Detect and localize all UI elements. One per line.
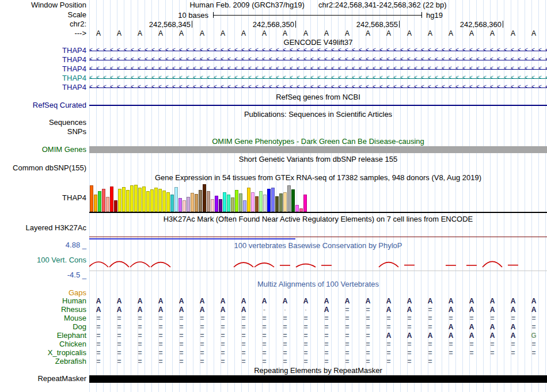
track-label-sequences[interactable]: Sequences [0, 119, 86, 127]
track-label-common-dbsnp[interactable]: Common dbSNP(155) [0, 164, 86, 172]
track-label-thap4-1[interactable]: THAP4 [0, 47, 86, 55]
gtex-tissue-bar[interactable] [279, 193, 283, 212]
gtex-tissue-bar[interactable] [146, 191, 150, 212]
gtex-tissue-bar[interactable] [207, 191, 210, 212]
track-label-snps[interactable]: SNPs [0, 128, 86, 136]
species-label-chicken[interactable]: Chicken [0, 340, 86, 348]
gtex-tissue-bar[interactable] [295, 205, 299, 212]
multiz-row-x-tropicalis[interactable]: ====================== [88, 349, 547, 357]
gtex-tissue-bar[interactable] [187, 197, 190, 212]
species-label-human[interactable]: Human [0, 297, 86, 305]
gtex-tissue-bar[interactable] [275, 196, 279, 212]
gtex-tissue-bar[interactable] [110, 187, 113, 212]
multiz-row-elephant[interactable]: ==============AAAAAAAG [88, 332, 547, 340]
h3k27ac-signal-line-full[interactable] [89, 237, 547, 237]
track-label-repeatmasker[interactable]: RepeatMasker [0, 375, 86, 383]
gtex-tissue-bar[interactable] [199, 190, 202, 212]
gtex-tissue-bar[interactable] [243, 200, 246, 212]
gtex-tissue-bar[interactable] [174, 187, 178, 212]
gtex-tissue-bar[interactable] [219, 199, 222, 212]
gtex-tissue-bar[interactable] [118, 189, 121, 212]
gtex-tissue-bar[interactable] [98, 191, 101, 212]
omim-gene-bar[interactable] [89, 146, 547, 153]
gtex-tissue-bar[interactable] [154, 188, 158, 212]
gtex-tissue-bar[interactable] [287, 185, 291, 212]
gtex-tissue-bar[interactable] [239, 193, 242, 212]
track-label-layered-h3k27ac[interactable]: Layered H3K27Ac [0, 224, 86, 232]
gtex-tissue-bar[interactable] [235, 190, 238, 212]
gtex-tissue-bar[interactable] [255, 196, 259, 212]
gtex-tissue-bar[interactable] [267, 189, 271, 212]
gtex-tissue-bar[interactable] [191, 193, 194, 212]
gtex-tissue-bar[interactable] [90, 185, 93, 212]
gtex-tissue-bar[interactable] [142, 187, 146, 212]
track-label-100-vert-cons[interactable]: 100 Vert. Cons [0, 256, 86, 264]
gtex-tissue-bar[interactable] [94, 195, 97, 212]
gtex-tissue-bar[interactable] [138, 188, 142, 212]
species-label-elephant[interactable]: Elephant [0, 332, 86, 340]
gtex-tissue-bar[interactable] [251, 192, 254, 212]
refseq-curated-gene-line[interactable] [89, 105, 547, 106]
align-cell: = [254, 340, 275, 348]
track-label-thap4-5[interactable]: THAP4 [0, 83, 86, 92]
base-position-ruler[interactable]: 242,568,345242,568,350242,568,355242,568… [89, 20, 547, 28]
gtex-tissue-bar[interactable] [170, 195, 174, 212]
gtex-tissue-bar[interactable] [162, 191, 166, 212]
gtex-tissue-bar[interactable] [102, 189, 105, 212]
gtex-tissue-bar[interactable] [134, 185, 138, 212]
species-label-x-tropicalis[interactable]: X_tropicalis [0, 349, 86, 357]
gencode-transcript-row[interactable]: <<<<<<<<<<<<<<<<<<<<<<<<<<<<<<<<<<<<<<<<… [89, 83, 547, 92]
species-label-zebrafish[interactable]: Zebrafish [0, 357, 86, 366]
multiz-row-rhesus[interactable]: AAAAAAAA-··A==AA=AAAAA [88, 306, 547, 314]
multiz-row-zebrafish[interactable]: ================= [88, 357, 547, 366]
gtex-tissue-bar[interactable] [283, 192, 287, 212]
gtex-tissue-bar[interactable] [195, 194, 198, 212]
track-label-refseq-curated[interactable]: RefSeq Curated [0, 101, 86, 109]
gtex-tissue-bar[interactable] [211, 199, 214, 212]
align-cell: = [109, 340, 130, 348]
track-label-thap4-3[interactable]: THAP4 [0, 65, 86, 73]
gtex-tissue-bar[interactable] [122, 187, 126, 212]
gtex-expression-barchart[interactable] [90, 183, 332, 212]
gtex-tissue-bar[interactable] [166, 192, 170, 212]
gtex-tissue-bar[interactable] [183, 200, 186, 212]
species-label-dog[interactable]: Dog [0, 323, 86, 331]
gtex-tissue-bar[interactable] [158, 189, 162, 212]
gtex-tissue-bar[interactable] [114, 200, 117, 212]
gtex-tissue-bar[interactable] [231, 197, 234, 212]
gencode-transcript-row[interactable]: <<<<<<<<<<<<<<<<<<<<<<<<<<<<<<<<<<<<<<<<… [89, 56, 547, 64]
species-label-rhesus[interactable]: Rhesus [0, 306, 86, 314]
gtex-tissue-bar[interactable] [178, 198, 182, 212]
gtex-tissue-bar[interactable] [291, 189, 295, 212]
track-label-gtex-thap4[interactable]: THAP4 [0, 194, 86, 202]
gtex-tissue-bar[interactable] [271, 188, 275, 212]
gtex-tissue-bar[interactable] [247, 188, 250, 212]
gtex-tissue-bar[interactable] [263, 195, 267, 212]
gtex-tissue-bar[interactable] [215, 196, 218, 212]
gtex-tissue-bar[interactable] [106, 197, 109, 212]
repeatmasker-bar[interactable] [89, 375, 547, 383]
gencode-transcript-row[interactable]: <<<<<<<<<<<<<<<<<<<<<<<<<<<<<<<<<<<<<<<<… [89, 65, 547, 73]
gtex-tissue-bar[interactable] [126, 190, 130, 212]
align-cell: A [192, 306, 212, 314]
gtex-tissue-bar[interactable] [203, 184, 206, 212]
h3k27ac-signal-line-partial[interactable] [89, 238, 295, 239]
multiz-row-human[interactable]: AAAAAAAAAAAAAAAAAAAAAA [88, 297, 547, 305]
gtex-tissue-bar[interactable] [259, 191, 263, 212]
gencode-transcript-row[interactable]: <<<<<<<<<<<<<<<<<<<<<<<<<<<<<<<<<<<<<<<<… [89, 47, 547, 55]
species-label-mouse[interactable]: Mouse [0, 314, 86, 322]
multiz-row-chicken[interactable]: ====================== [88, 340, 547, 348]
multiz-gaps-label[interactable]: Gaps [0, 289, 86, 297]
gtex-tissue-bar[interactable] [227, 195, 230, 212]
gencode-transcript-row[interactable]: <<<<<<<<<<<<<<<<<<<<<<<<<<<<<<<<<<<<<<<<… [89, 74, 547, 82]
track-label-thap4-2[interactable]: THAP4 [0, 56, 86, 64]
gtex-tissue-bar[interactable] [150, 189, 154, 212]
gtex-tissue-bar[interactable] [130, 185, 134, 212]
phylop-wiggle[interactable] [89, 252, 547, 269]
multiz-row-mouse[interactable]: ====================== [88, 314, 547, 322]
track-label-thap4-4[interactable]: THAP4 [0, 74, 86, 82]
gtex-tissue-bar[interactable] [303, 195, 307, 212]
multiz-row-dog[interactable]: =================AAAA= [88, 323, 547, 331]
gtex-tissue-bar[interactable] [223, 192, 226, 212]
track-label-omim-genes[interactable]: OMIM Genes [0, 146, 86, 154]
